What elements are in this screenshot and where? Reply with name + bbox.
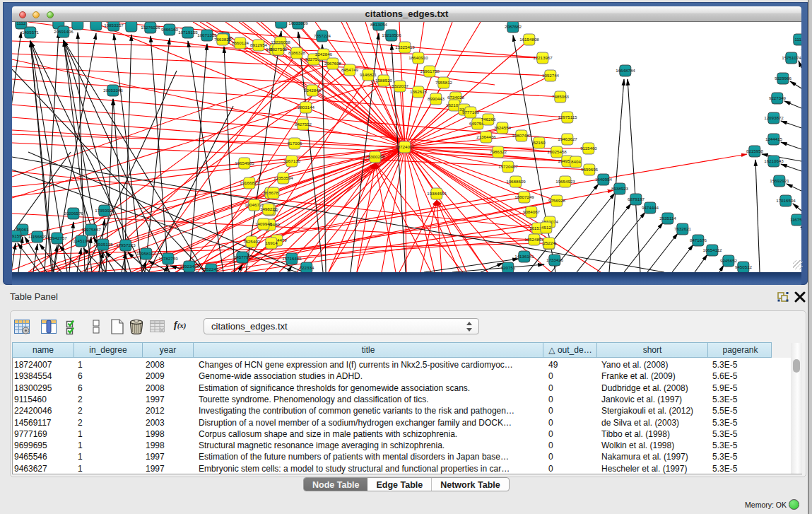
svg-text:8938923: 8938923 (611, 186, 629, 191)
svg-text:62160: 62160 (533, 140, 546, 145)
svg-text:2967608: 2967608 (324, 61, 342, 66)
svg-text:116753: 116753 (790, 217, 801, 222)
svg-text:746266: 746266 (481, 117, 496, 122)
svg-text:9466160: 9466160 (161, 27, 179, 32)
svg-text:25224: 25224 (543, 240, 555, 245)
svg-text:9699695: 9699695 (581, 167, 599, 172)
svg-text:16914: 16914 (265, 240, 278, 245)
svg-text:8471676: 8471676 (690, 238, 707, 243)
svg-text:15276026: 15276026 (141, 25, 160, 30)
svg-text:722334: 722334 (300, 265, 314, 270)
svg-text:8404: 8404 (571, 159, 581, 164)
svg-text:16033809: 16033809 (288, 22, 308, 25)
svg-text:13325419: 13325419 (395, 45, 415, 49)
svg-text:1640954: 1640954 (595, 177, 613, 182)
svg-text:11156829: 11156829 (28, 234, 47, 239)
svg-text:9115460: 9115460 (580, 146, 597, 151)
svg-text:18724007: 18724007 (395, 144, 415, 149)
svg-text:9827503: 9827503 (270, 47, 288, 52)
svg-text:15716485: 15716485 (282, 256, 302, 261)
svg-text:12923446: 12923446 (180, 264, 199, 269)
svg-text:19654985: 19654985 (235, 160, 254, 165)
svg-text:7357224: 7357224 (314, 33, 331, 38)
svg-text:16154808: 16154808 (519, 37, 539, 42)
svg-text:7663822: 7663822 (214, 37, 232, 42)
svg-text:8990443: 8990443 (428, 96, 445, 101)
svg-text:17957223: 17957223 (116, 243, 136, 247)
svg-text:1733426: 1733426 (546, 257, 564, 262)
svg-text:10807487: 10807487 (512, 133, 531, 138)
svg-text:12093872: 12093872 (764, 115, 784, 120)
svg-text:10688609: 10688609 (506, 179, 526, 184)
svg-text:1145194: 1145194 (73, 238, 90, 243)
svg-text:39159: 39159 (12, 233, 22, 238)
svg-text:3267130: 3267130 (283, 158, 301, 163)
svg-text:9756928: 9756928 (548, 198, 566, 203)
svg-text:10025458: 10025458 (547, 149, 567, 154)
svg-text:8186328: 8186328 (288, 50, 306, 55)
svg-text:7625402: 7625402 (243, 239, 261, 244)
svg-text:12975115: 12975115 (558, 115, 577, 119)
svg-text:19654923: 19654923 (555, 179, 575, 184)
svg-text:8660124: 8660124 (232, 40, 249, 45)
svg-text:16782759: 16782759 (158, 256, 178, 261)
svg-text:21364436: 21364436 (476, 134, 496, 139)
svg-text:8427552: 8427552 (295, 122, 312, 127)
svg-text:19463627: 19463627 (558, 136, 577, 141)
svg-text:7632621: 7632621 (674, 226, 692, 231)
svg-text:6734028: 6734028 (447, 95, 465, 100)
svg-text:9329966: 9329966 (775, 76, 792, 81)
svg-text:19218506: 19218506 (382, 33, 401, 37)
svg-text:15692921: 15692921 (770, 178, 789, 183)
svg-text:8454749: 8454749 (341, 67, 359, 72)
svg-text:2242846: 2242846 (315, 52, 333, 57)
svg-text:9777169: 9777169 (462, 110, 480, 115)
svg-text:1244415: 1244415 (765, 136, 783, 141)
svg-text:7986322: 7986322 (490, 149, 507, 154)
svg-text:2087682: 2087682 (505, 24, 522, 29)
svg-text:12942757: 12942757 (47, 235, 67, 240)
svg-text:7955812: 7955812 (435, 80, 453, 85)
svg-text:16648784: 16648784 (616, 68, 635, 73)
svg-text:10654112: 10654112 (702, 247, 722, 252)
svg-text:6879197: 6879197 (628, 197, 645, 201)
svg-text:1588520: 1588520 (375, 78, 393, 83)
svg-text:9242848: 9242848 (304, 88, 322, 93)
svg-text:7485063: 7485063 (552, 94, 570, 99)
svg-text:20691406: 20691406 (54, 29, 73, 34)
svg-text:9245652: 9245652 (720, 258, 738, 263)
svg-text:8215958: 8215958 (746, 148, 764, 153)
svg-text:1498222: 1498222 (260, 206, 278, 211)
svg-text:17359928: 17359928 (95, 208, 114, 213)
svg-text:8678: 8678 (269, 190, 278, 195)
svg-text:9084067: 9084067 (523, 209, 541, 214)
svg-text:12353594: 12353594 (273, 175, 293, 180)
svg-text:18807249: 18807249 (514, 194, 534, 199)
svg-text:15720407: 15720407 (498, 164, 518, 169)
svg-text:852241: 852241 (204, 267, 219, 271)
svg-text:1405571: 1405571 (22, 30, 40, 35)
svg-text:8322037: 8322037 (392, 83, 409, 88)
svg-text:1362615: 1362615 (410, 89, 428, 94)
svg-text:19384554: 19384554 (427, 191, 447, 196)
svg-text:12505135: 12505135 (93, 242, 113, 247)
svg-text:1092744: 1092744 (542, 73, 560, 78)
svg-text:1112: 1112 (795, 37, 801, 42)
svg-text:14136141: 14136141 (514, 254, 534, 259)
svg-text:8813054: 8813054 (370, 22, 388, 27)
svg-text:9450512: 9450512 (735, 264, 753, 269)
svg-text:12213967: 12213967 (533, 55, 553, 60)
svg-text:9227349: 9227349 (769, 95, 787, 100)
svg-text:10958107: 10958107 (136, 251, 156, 256)
svg-text:20206576: 20206576 (64, 211, 83, 216)
svg-text:10719155: 10719155 (178, 30, 198, 35)
svg-text:9146821: 9146821 (360, 72, 377, 77)
svg-text:18300295: 18300295 (365, 154, 385, 159)
svg-text:17016504: 17016504 (776, 198, 796, 203)
svg-text:15751074: 15751074 (782, 55, 801, 60)
svg-text:817006: 817006 (288, 141, 302, 146)
svg-text:3624554: 3624554 (494, 125, 512, 130)
svg-text:2935114: 2935114 (659, 216, 676, 221)
svg-text:13975867: 13975867 (81, 227, 101, 232)
svg-text:16961758: 16961758 (420, 69, 440, 74)
